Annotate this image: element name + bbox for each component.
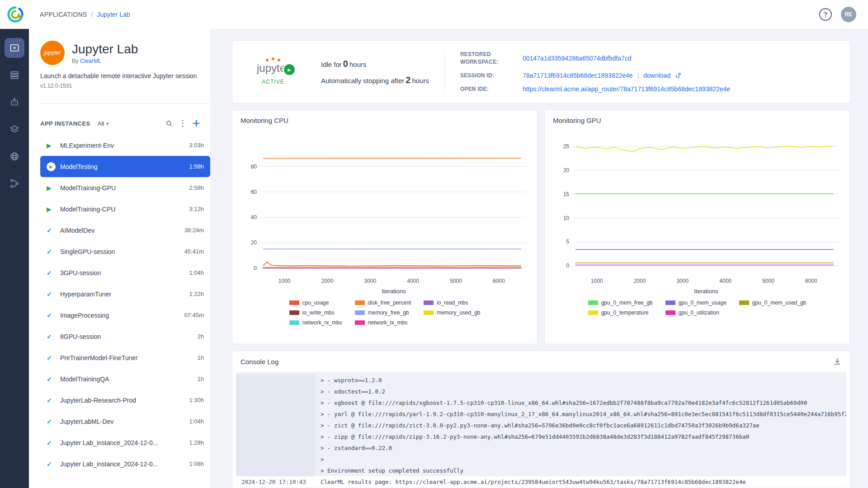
instance-duration: 2:58h [189,184,204,191]
instance-name: JupyterLabML-Dev [60,418,189,425]
instance-name: Jupyter Lab_instance_2024-12-0... [60,460,189,468]
instance-row[interactable]: ✓ Jupyter Lab_instance_2024-12-0... 1:08… [40,453,210,474]
instances-filter-dropdown[interactable]: All ▾ [98,120,108,127]
session-play-icon[interactable]: ▶ [283,63,296,76]
console-log-row: > - zipp @ file:///rapids/zipp-3.16.2-py… [236,431,846,442]
gpu-chart-title: Monitoring GPU [545,117,849,124]
instance-status-icon: ▶ [47,184,60,192]
help-icon[interactable]: ? [819,8,832,21]
svg-text:3000: 3000 [676,278,689,284]
instance-name: JupyterLab-Research-Prod [60,397,189,404]
sidebar-reports-icon[interactable] [5,146,24,166]
instance-status-icon: ✓ [47,227,60,234]
console-download-button[interactable] [833,357,842,366]
legend-item[interactable]: gpu_0_temperature [588,310,653,316]
legend-item[interactable]: io_read_mbs [424,300,480,306]
instance-row[interactable]: ▶ MLExperiment-Env 3:03h [40,135,210,156]
sidebar-pipelines-icon[interactable] [5,174,24,193]
console-log-row: > - yarl @ file:///rapids/yarl-1.9.2-cp3… [236,408,846,420]
instance-row[interactable]: ✓ JupyterLab-Research-Prod 1:30h [40,389,210,411]
instance-duration: 1:28h [189,439,204,446]
jupyter-app-badge: jupyter [40,41,65,65]
legend-item[interactable]: memory_used_gb [424,310,480,316]
legend-item[interactable]: cpu_usage [289,300,342,306]
gpu-chart[interactable]: 0510152025100020003000400050006000Iterat… [548,129,846,297]
nav-rail [0,29,29,488]
session-id-value[interactable]: 78a71713f6914c85b68dec1893822e4e [523,72,633,79]
instance-duration: 1:22h [189,291,204,297]
legend-swatch [424,300,434,305]
legend-item[interactable]: io_write_mbs [289,310,342,316]
more-menu-icon[interactable]: ⋮ [176,117,189,130]
instance-status-icon: ▶ [47,162,56,171]
sidebar-queues-icon[interactable] [5,65,24,85]
instance-row[interactable]: ▶ ModelTraining-GPU 2:58h [40,177,210,198]
instance-row[interactable]: ✓ ImageProcessing 07:45m [40,305,210,326]
instance-row[interactable]: ✓ 8GPU-session 2h [40,326,210,347]
legend-item[interactable]: network_rx_mbs [289,319,342,326]
svg-text:40: 40 [251,214,257,221]
instance-duration: 07:45m [184,312,204,319]
legend-item[interactable]: gpu_0_utilization [665,310,726,316]
console-timestamp [236,454,315,465]
legend-item[interactable]: memory_free_gb [355,310,411,316]
instance-name: 8GPU-session [60,333,198,340]
legend-item[interactable]: disk_free_percent [355,300,411,306]
instance-status-icon: ✓ [47,312,60,319]
instance-name: ImageProcessing [60,312,184,319]
console-log-row: > - zstandard==0.22.0 [236,442,846,454]
topbar-actions: ? RE [819,7,856,22]
svg-text:15: 15 [563,191,570,197]
console-timestamp [236,408,315,420]
console-log-body[interactable]: > - wsproto==1.2.0 > - xdoctest==1.0.2 >… [236,372,846,488]
byline-vendor-link[interactable]: ClearML [80,58,101,64]
console-timestamp [236,386,315,397]
external-link-icon [675,72,681,79]
idle-value: 0 [343,59,348,69]
legend-item[interactable]: gpu_0_mem_free_gb [588,300,653,306]
instance-name: ModelTraining-GPU [60,184,189,192]
search-icon[interactable] [162,117,176,130]
cpu-chart[interactable]: 020406080100020003000400050006000Iterati… [236,129,534,297]
open-ide-link[interactable]: https://clearml.acme.ai/app_router/78a71… [523,85,730,93]
clearml-logo[interactable] [5,5,25,24]
instance-row[interactable]: ✓ ModelTrainingQA 1h [40,368,210,389]
instance-row[interactable]: ✓ JupyterLabML-Dev 1:04h [40,411,210,432]
instance-row[interactable]: ✓ PreTrainerModel-FineTuner 1h [40,347,210,368]
restored-workspace-value[interactable]: 00147a1d33594286a65074dbfbdfa7cd [523,55,632,62]
instance-row[interactable]: ✓ AIModelDev 38:24m [40,220,210,241]
instance-name: PreTrainerModel-FineTuner [60,354,198,361]
autostop-suffix: hours [412,77,429,84]
console-text: > Environment setup completed successful… [315,465,463,476]
legend-item[interactable]: network_tx_mbs [355,319,411,326]
top-bar: APPLICATIONS / Jupyter Lab ? RE [0,0,868,29]
legend-label: network_tx_mbs [368,319,407,326]
console-log-row: > - xdoctest==1.0.2 [236,386,846,397]
instance-row[interactable]: ✓ SingleGPU-session 45:41m [40,241,210,262]
instance-row[interactable]: ▶ ModelTraining-CPU 3:12h [40,198,210,220]
console-text: ClearML results page: https://clearml-ap… [315,476,746,488]
svg-text:10: 10 [563,215,570,221]
legend-item[interactable]: gpu_0_mem_usage [665,300,726,306]
sidebar-workers-icon[interactable] [5,92,24,112]
instance-row[interactable]: ✓ 3GPU-session 1:04h [40,262,210,283]
instance-row[interactable]: ✓ HyperparamTuner 1:22h [40,283,210,305]
add-instance-button[interactable]: + [189,117,203,130]
breadcrumb-separator: / [91,11,93,18]
sidebar-applications-icon[interactable] [5,38,24,58]
sidebar-datasets-icon[interactable] [5,119,24,139]
session-details: RESTORED WORKSPACE: 00147a1d33594286a650… [460,51,730,93]
download-link[interactable]: download [643,72,670,79]
instance-row[interactable]: ✓ Jupyter Lab_instance_2024-12-0... 1:28… [40,432,210,453]
legend-item[interactable]: gpu_0_mem_used_gb [739,300,806,306]
avatar[interactable]: RE [841,7,856,22]
session-timers: Idle for0hours Automatically stopping af… [321,59,429,85]
legend-label: io_write_mbs [302,310,335,316]
legend-swatch [739,300,749,305]
instance-duration: 1:08h [189,460,204,467]
breadcrumb-applications[interactable]: APPLICATIONS [40,11,87,18]
instance-status-icon: ✓ [47,375,60,383]
instance-status-icon: ✓ [47,269,60,277]
legend-swatch [289,320,299,325]
instance-row[interactable]: ▶ ModelTesting 1:59h [40,156,210,177]
